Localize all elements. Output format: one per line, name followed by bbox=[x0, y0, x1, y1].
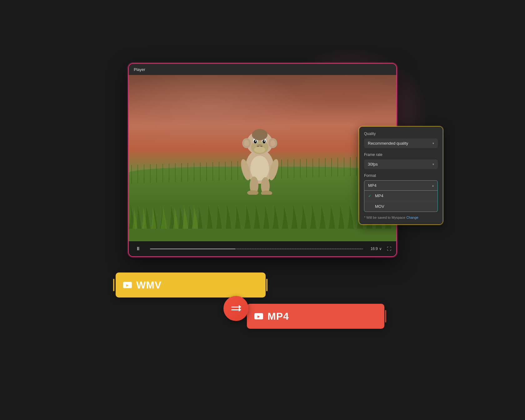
grass-overlay bbox=[129, 204, 396, 241]
svg-point-17 bbox=[254, 147, 265, 153]
fullscreen-button[interactable]: ⛶ bbox=[387, 246, 391, 251]
svg-point-12 bbox=[255, 140, 256, 142]
mp4-icon bbox=[254, 313, 263, 319]
quality-dropdown[interactable]: Recommended quality ▾ bbox=[364, 138, 438, 148]
svg-point-5 bbox=[244, 140, 249, 146]
scrubber-progress bbox=[150, 248, 235, 249]
framerate-label: Frame rate bbox=[364, 152, 438, 157]
mp4-badge: MP4 bbox=[247, 304, 384, 329]
timeline-bar: ⏸ 16:9 ∨ ⛶ bbox=[129, 241, 396, 256]
format-mov-label: MOV bbox=[375, 204, 384, 209]
svg-point-6 bbox=[270, 140, 275, 146]
player-title: Player bbox=[134, 67, 145, 72]
monkey-figure bbox=[232, 113, 288, 195]
aspect-ratio-button[interactable]: 16:9 ∨ bbox=[371, 247, 382, 251]
settings-panel: Quality Recommended quality ▾ Frame rate… bbox=[359, 126, 443, 225]
svg-rect-25 bbox=[129, 204, 396, 241]
arrow-line-1 bbox=[231, 307, 241, 308]
convert-arrow-button[interactable] bbox=[223, 296, 248, 321]
wmv-left-stripe bbox=[113, 279, 114, 291]
arrow-line-2 bbox=[231, 309, 241, 310]
format-options-list: ✓ MP4 MOV bbox=[364, 191, 438, 212]
format-chevron-icon: ▴ bbox=[432, 184, 434, 187]
convert-arrow-inner bbox=[231, 307, 241, 310]
framerate-value: 30fps bbox=[368, 162, 378, 167]
format-label: Format bbox=[364, 173, 438, 178]
change-link[interactable]: Change bbox=[406, 216, 418, 219]
svg-point-11 bbox=[262, 140, 266, 143]
scrubber-track[interactable] bbox=[150, 248, 363, 249]
quality-value: Recommended quality bbox=[368, 141, 408, 146]
video-area bbox=[129, 75, 396, 241]
format-option-mp4[interactable]: ✓ MP4 bbox=[364, 191, 438, 201]
scene-container: Player bbox=[122, 54, 403, 366]
wmv-badge: WMV bbox=[116, 272, 266, 298]
play-pause-button[interactable]: ⏸ bbox=[134, 244, 142, 253]
format-dropdown-container: MP4 ▴ ✓ MP4 MOV bbox=[364, 180, 438, 212]
player-window: Player bbox=[128, 63, 397, 257]
monkey-scene bbox=[129, 75, 396, 241]
mp4-label: MP4 bbox=[268, 311, 289, 322]
svg-point-10 bbox=[254, 140, 257, 143]
framerate-chevron-icon: ▾ bbox=[432, 162, 434, 166]
format-selected-value: MP4 bbox=[368, 183, 377, 188]
quality-label: Quality bbox=[364, 132, 438, 136]
format-mp4-label: MP4 bbox=[375, 193, 383, 198]
quality-chevron-icon: ▾ bbox=[432, 142, 434, 145]
svg-point-18 bbox=[252, 129, 268, 140]
format-option-mov[interactable]: MOV bbox=[364, 201, 438, 212]
framerate-dropdown[interactable]: 30fps ▾ bbox=[364, 159, 438, 169]
wmv-icon bbox=[123, 282, 132, 288]
svg-point-13 bbox=[264, 140, 265, 142]
player-titlebar: Player bbox=[129, 64, 396, 75]
wmv-label: WMV bbox=[136, 279, 162, 291]
save-note: * Will be saved to Myspace Change bbox=[364, 216, 438, 219]
format-dropdown-header[interactable]: MP4 ▴ bbox=[364, 180, 438, 191]
mp4-check-icon: ✓ bbox=[368, 194, 372, 198]
